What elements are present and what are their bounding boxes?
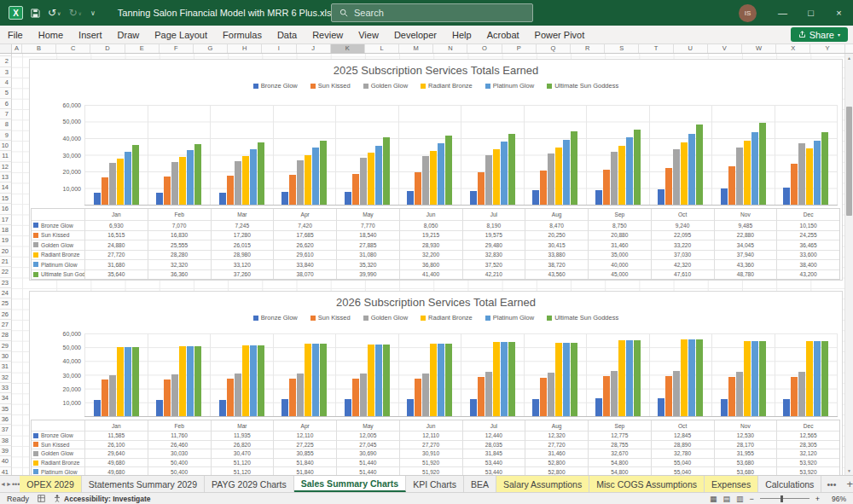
- row-header-5[interactable]: 5: [0, 88, 12, 98]
- row-header-17[interactable]: 17: [0, 215, 12, 225]
- sheet-tab-misc-cogs-assumptions[interactable]: Misc COGS Assumptions: [589, 476, 705, 492]
- scroll-down-icon[interactable]: ▼: [845, 466, 853, 475]
- share-button[interactable]: Share ▾: [791, 27, 848, 42]
- zoom-in-icon[interactable]: +: [815, 495, 820, 503]
- zoom-slider-knob[interactable]: [780, 495, 783, 502]
- macro-record-icon[interactable]: [38, 495, 45, 502]
- column-header-f[interactable]: F: [160, 44, 194, 53]
- row-header-19[interactable]: 19: [0, 235, 12, 246]
- column-header-m[interactable]: M: [399, 44, 433, 53]
- more-sheets-icon[interactable]: •••: [821, 476, 841, 492]
- column-header-u[interactable]: U: [674, 44, 708, 53]
- legend-item-golden-glow[interactable]: Golden Glow: [363, 82, 408, 90]
- row-header-32[interactable]: 32: [0, 373, 12, 383]
- legend-item-radiant-bronze[interactable]: Radiant Bronze: [421, 314, 473, 322]
- row-header-23[interactable]: 23: [0, 278, 12, 288]
- row-header-6[interactable]: 6: [0, 99, 12, 109]
- column-header-t[interactable]: T: [639, 44, 673, 53]
- page-layout-view-icon[interactable]: ▤: [722, 495, 730, 503]
- row-header-27[interactable]: 27: [0, 320, 12, 330]
- sheet-nav-right-icon[interactable]: ►: [6, 476, 12, 492]
- row-header-25[interactable]: 25: [0, 298, 12, 309]
- ribbon-tab-insert[interactable]: Insert: [71, 26, 110, 43]
- column-header-q[interactable]: Q: [537, 44, 571, 53]
- user-avatar[interactable]: IS: [739, 4, 757, 22]
- more-sheets-left-icon[interactable]: •••: [12, 476, 20, 492]
- restore-button[interactable]: □: [797, 0, 825, 26]
- row-header-21[interactable]: 21: [0, 257, 12, 267]
- ribbon-tab-formulas[interactable]: Formulas: [215, 26, 270, 43]
- column-header-n[interactable]: N: [433, 44, 467, 53]
- row-header-26[interactable]: 26: [0, 310, 12, 320]
- ribbon-tab-draw[interactable]: Draw: [110, 26, 148, 43]
- accessibility-status[interactable]: Accessibility: Investigate: [54, 495, 151, 503]
- ribbon-tab-data[interactable]: Data: [270, 26, 305, 43]
- row-header-14[interactable]: 14: [0, 182, 12, 193]
- row-header-24[interactable]: 24: [0, 288, 12, 298]
- ribbon-tab-review[interactable]: Review: [305, 26, 351, 43]
- row-header-40[interactable]: 40: [0, 456, 12, 466]
- sheet-tab-bea[interactable]: BEA: [464, 476, 496, 492]
- column-header-j[interactable]: J: [297, 44, 331, 53]
- column-header-r[interactable]: R: [571, 44, 605, 53]
- row-header-13[interactable]: 13: [0, 172, 12, 182]
- row-header-9[interactable]: 9: [0, 130, 12, 141]
- column-header-s[interactable]: S: [605, 44, 639, 53]
- column-header-h[interactable]: H: [228, 44, 262, 53]
- sheet-tab-calculations[interactable]: Calculations: [758, 476, 821, 492]
- row-header-15[interactable]: 15: [0, 194, 12, 204]
- ribbon-tab-home[interactable]: Home: [31, 26, 71, 43]
- sheet-tab-salary-assumptions[interactable]: Salary Assumptions: [496, 476, 589, 492]
- zoom-slider[interactable]: [760, 498, 809, 499]
- row-header-10[interactable]: 10: [0, 141, 12, 151]
- legend-item-bronze-glow[interactable]: Bronze Glow: [253, 314, 298, 322]
- column-header-x[interactable]: X: [776, 44, 810, 53]
- search-input[interactable]: Search: [331, 3, 533, 22]
- column-header-l[interactable]: L: [365, 44, 399, 53]
- row-header-2[interactable]: 2: [0, 56, 12, 67]
- row-header-37[interactable]: 37: [0, 425, 12, 435]
- row-header-31[interactable]: 31: [0, 362, 12, 372]
- column-header-a[interactable]: A: [12, 44, 22, 53]
- vertical-scrollbar[interactable]: ▲ ▼: [844, 54, 853, 475]
- sheet-tab-kpi-charts[interactable]: KPI Charts: [406, 476, 464, 492]
- column-header-b[interactable]: B: [22, 44, 56, 53]
- legend-item-ultimate-sun-goddess[interactable]: Ultimate Sun Goddess: [547, 82, 618, 90]
- row-header-4[interactable]: 4: [0, 78, 12, 88]
- row-header-18[interactable]: 18: [0, 225, 12, 235]
- row-header-35[interactable]: 35: [0, 404, 12, 414]
- redo-button[interactable]: ↻∨: [68, 7, 81, 19]
- row-header-12[interactable]: 12: [0, 162, 12, 172]
- row-header-33[interactable]: 33: [0, 383, 12, 393]
- normal-view-icon[interactable]: ▦: [710, 495, 717, 503]
- sheet-tab-payg-2029-charts[interactable]: PAYG 2029 Charts: [205, 476, 294, 492]
- column-header-c[interactable]: C: [56, 44, 90, 53]
- row-header-36[interactable]: 36: [0, 414, 12, 425]
- row-header-41[interactable]: 41: [0, 467, 12, 475]
- worksheet-area[interactable]: 1234567891011121314151617181920212223242…: [0, 54, 853, 475]
- row-header-7[interactable]: 7: [0, 109, 12, 119]
- column-header-o[interactable]: O: [467, 44, 502, 53]
- column-header-d[interactable]: D: [90, 44, 125, 53]
- ribbon-tab-acrobat[interactable]: Acrobat: [479, 26, 527, 43]
- chart-2025-subscriptions[interactable]: 2025 Subscription Services Totals Earned…: [29, 59, 843, 281]
- ribbon-tab-power-pivot[interactable]: Power Pivot: [527, 26, 593, 43]
- undo-caret-icon[interactable]: ∨: [57, 10, 61, 16]
- ribbon-tab-page-layout[interactable]: Page Layout: [147, 26, 215, 43]
- legend-item-platinum-glow[interactable]: Platinum Glow: [485, 314, 534, 322]
- sheet-nav-left-icon[interactable]: ◄: [0, 476, 6, 492]
- sheet-tab-expenses[interactable]: Expenses: [705, 476, 758, 492]
- legend-item-bronze-glow[interactable]: Bronze Glow: [253, 82, 298, 90]
- vertical-scroll-thumb[interactable]: [846, 107, 852, 216]
- column-header-e[interactable]: E: [125, 44, 160, 53]
- row-header-8[interactable]: 8: [0, 119, 12, 130]
- legend-item-sun-kissed[interactable]: Sun Kissed: [310, 82, 351, 90]
- add-sheet-button[interactable]: +: [841, 476, 853, 492]
- zoom-level[interactable]: 96%: [826, 495, 846, 503]
- row-header-30[interactable]: 30: [0, 351, 12, 362]
- close-button[interactable]: ×: [825, 0, 853, 26]
- select-all-corner[interactable]: [0, 44, 12, 53]
- row-header-38[interactable]: 38: [0, 436, 12, 446]
- chart-2026-subscriptions[interactable]: 2026 Subscription Services Total EarnedB…: [29, 291, 843, 475]
- row-header-11[interactable]: 11: [0, 151, 12, 161]
